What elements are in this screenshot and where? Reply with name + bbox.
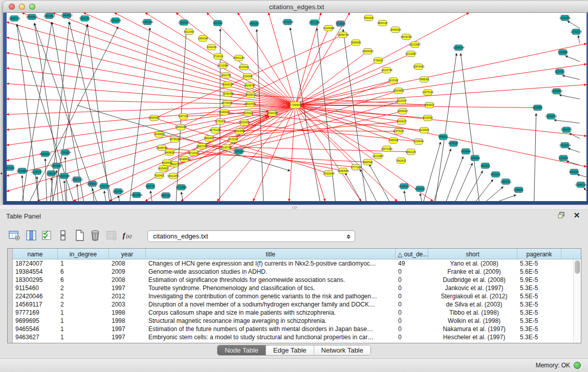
table-cell[interactable]: 2009 xyxy=(109,268,146,276)
graph-node[interactable]: 21053346 xyxy=(142,19,153,25)
graph-node[interactable]: 9474444 xyxy=(461,148,471,154)
table-cell[interactable]: Changes of HCN gene expression and I(f) … xyxy=(146,259,396,268)
graph-node[interactable]: 6479197 xyxy=(448,141,459,146)
table-cell[interactable]: 5.3E-5 xyxy=(517,325,561,333)
graph-node[interactable]: 1167534 xyxy=(558,155,568,161)
table-cell[interactable]: 5.9E-5 xyxy=(517,276,561,284)
table-cell[interactable]: 18300295 xyxy=(13,276,58,284)
graph-node[interactable]: 8130544 xyxy=(419,127,429,133)
graph-node[interactable]: 14136141 xyxy=(399,183,410,189)
collapse-panel-arrow-icon[interactable]: ◂ xyxy=(0,170,4,177)
graph-node[interactable]: 10654112 xyxy=(500,179,512,184)
table-cell[interactable]: 0 xyxy=(396,317,428,325)
table-row[interactable]: 969969511998Structural magnetic resonanc… xyxy=(13,317,573,325)
table-cell[interactable]: 19384554 xyxy=(13,268,58,276)
graph-node[interactable]: 12975115 xyxy=(393,128,404,134)
graph-node[interactable]: 7515526 xyxy=(336,21,346,27)
graph-node[interactable]: 9245652 xyxy=(514,187,524,192)
table-cell[interactable]: 2008 xyxy=(109,259,146,268)
table-cell[interactable]: Stergiakouli et al. (2012) xyxy=(428,292,517,300)
table-cell[interactable]: 49 xyxy=(396,259,428,268)
table-cell[interactable]: 5.3E-5 xyxy=(517,300,561,309)
table-cell[interactable]: 1998 xyxy=(109,309,146,317)
table-cell[interactable]: Tourette syndrome. Phenomenology and cla… xyxy=(146,284,396,292)
graph-node[interactable]: 10025488 xyxy=(323,26,334,31)
table-cell[interactable]: 2 xyxy=(58,284,109,292)
graph-node[interactable]: 12213384 xyxy=(217,63,228,69)
table-cell[interactable]: 0 xyxy=(396,276,428,284)
graph-node[interactable]: 9699695 xyxy=(351,40,361,46)
table-cell[interactable]: 0 xyxy=(396,284,428,292)
graph-node[interactable]: 14254912 xyxy=(158,165,169,171)
table-cell[interactable]: 0 xyxy=(396,300,428,309)
graph-node[interactable]: 13716485 xyxy=(176,184,187,190)
graph-node[interactable]: 9267150 xyxy=(178,114,188,119)
graph-node[interactable]: 9860125 xyxy=(378,20,388,26)
table-cell[interactable]: 2 xyxy=(58,300,109,309)
graph-node[interactable]: 12853154 xyxy=(175,124,186,130)
graph-node[interactable]: 11156809 xyxy=(16,168,28,173)
table-cell[interactable]: 6 xyxy=(58,276,109,284)
close-panel-icon[interactable]: ✕ xyxy=(573,211,581,220)
function-builder-icon[interactable]: f(x) xyxy=(122,228,136,243)
table-cell[interactable]: 5.5E-5 xyxy=(517,292,561,300)
table-settings-icon[interactable] xyxy=(7,228,21,243)
divider-resize-handle[interactable] xyxy=(292,206,297,209)
table-cell[interactable]: Disruption of a novel member of a sodium… xyxy=(146,300,396,309)
table-cell[interactable]: 0 xyxy=(396,325,428,333)
graph-node[interactable]: 9465546 xyxy=(363,159,373,165)
graph-node[interactable]: 19654923 xyxy=(362,49,373,54)
table-body[interactable]: 1872400712008Changes of HCN gene express… xyxy=(13,259,573,343)
graph-node[interactable]: 21613813 xyxy=(43,13,55,19)
graph-node[interactable]: 9733426 xyxy=(415,186,425,191)
graph-node[interactable]: 2935114 xyxy=(470,155,480,161)
graph-node[interactable]: 6938911 xyxy=(438,134,448,140)
graph-node[interactable]: 1527602 xyxy=(213,20,223,26)
table-cell[interactable]: Hescheler et al. (1997) xyxy=(428,333,517,341)
graph-node[interactable]: 19975887 xyxy=(51,163,62,168)
graph-node[interactable]: 16914479 xyxy=(245,101,256,107)
table-cell[interactable]: 1 xyxy=(58,317,109,325)
table-cell[interactable]: 2003 xyxy=(109,300,146,309)
graph-node[interactable]: 1254549 xyxy=(413,139,424,144)
close-window-button[interactable] xyxy=(9,4,15,10)
table-cell[interactable]: Genome-wide association studies in ADHD. xyxy=(146,268,396,276)
graph-node[interactable]: 18300295 xyxy=(267,111,278,116)
table-cell[interactable]: 5.3E-5 xyxy=(517,317,561,325)
graph-node[interactable]: 15692971 xyxy=(561,127,572,133)
graph-node[interactable]: 9609948 xyxy=(162,160,172,165)
row-height-icon[interactable] xyxy=(56,228,70,243)
graph-node[interactable]: 9777169 xyxy=(351,164,361,170)
graph-node[interactable]: 19524851 xyxy=(393,88,404,94)
graph-node[interactable]: 12654952 xyxy=(148,115,160,121)
graph-node[interactable]: 3915161 xyxy=(7,165,15,170)
graph-node[interactable]: 8130544 xyxy=(239,64,249,70)
table-cell[interactable]: Estimation of the future numbers of pati… xyxy=(146,325,396,333)
graph-node[interactable]: 18495794 xyxy=(337,32,349,38)
table-cell[interactable]: 5.3E-5 xyxy=(517,333,561,341)
graph-node[interactable]: 8471676 xyxy=(491,171,501,177)
graph-node[interactable]: 7632621 xyxy=(481,163,491,168)
table-cell[interactable]: Corpus callosum shape and size in male p… xyxy=(146,309,396,317)
graph-node[interactable]: 12142757 xyxy=(31,169,42,174)
graph-node[interactable]: 9463627 xyxy=(424,102,434,108)
graph-node[interactable]: 24055724 xyxy=(9,16,20,21)
table-cell[interactable]: Structural magnetic resonance image aver… xyxy=(146,317,396,325)
graph-node[interactable]: 12213967 xyxy=(372,153,383,159)
graph-node[interactable]: 9115460 xyxy=(423,115,432,121)
show-column-icon[interactable] xyxy=(24,228,38,243)
table-cell[interactable]: Jankovic et al. (1997) xyxy=(428,284,517,292)
graph-node[interactable]: 7663822 xyxy=(364,15,374,21)
graph-node[interactable]: 10973493 xyxy=(381,146,392,151)
graph-node[interactable]: 1615182 xyxy=(228,137,238,142)
graph-node[interactable]: 5912954 xyxy=(184,29,194,35)
graph-node[interactable]: 9227341 xyxy=(555,69,565,75)
table-cell[interactable]: 2008 xyxy=(109,276,146,284)
graph-node[interactable]: 18943504 xyxy=(131,192,142,198)
graph-node[interactable]: 1810755 xyxy=(221,73,231,78)
table-row[interactable]: 1456911722003Disruption of a novel membe… xyxy=(13,300,573,309)
table-row[interactable]: 1830029562008Estimation of significance … xyxy=(13,276,573,284)
table-row[interactable]: 2242004622012Investigating the contribut… xyxy=(13,292,573,300)
table-row[interactable]: 1872400712008Changes of HCN gene express… xyxy=(13,259,573,268)
table-scrollbar-thumb[interactable] xyxy=(575,260,580,274)
